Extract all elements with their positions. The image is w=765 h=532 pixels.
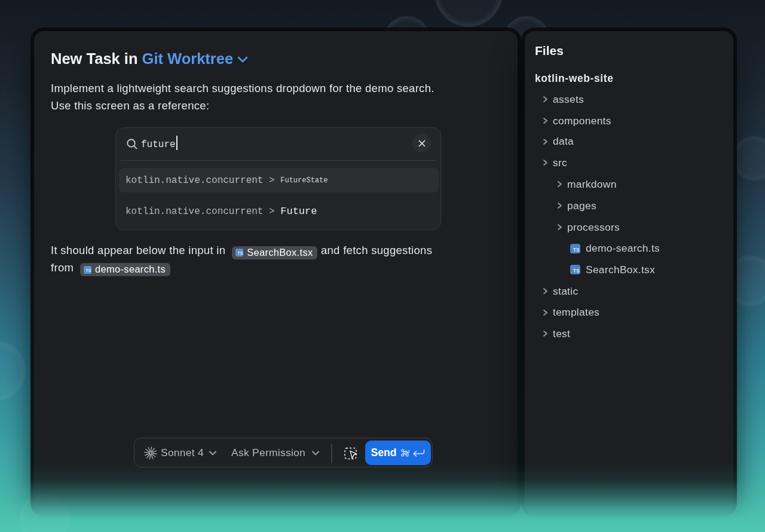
svg-text:TS: TS <box>86 268 91 273</box>
svg-text:TS: TS <box>573 247 580 253</box>
svg-text:TS: TS <box>238 251 243 255</box>
svg-text:TS: TS <box>573 268 580 274</box>
